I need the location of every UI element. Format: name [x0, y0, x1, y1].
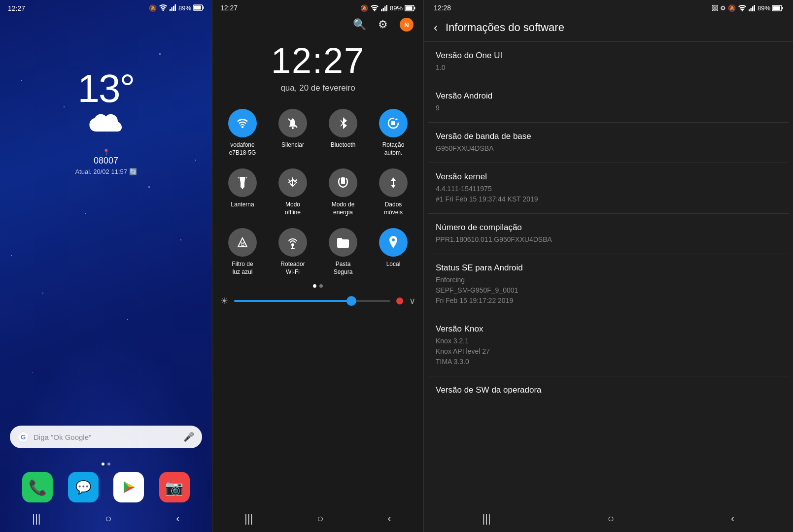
- navigation-bar-info: ||| ○ ‹: [424, 505, 793, 532]
- home-button-qs[interactable]: ○: [317, 512, 323, 525]
- recent-apps-button-info[interactable]: |||: [483, 512, 491, 525]
- knox-value: Knox 3.2.1Knox API level 27TIMA 3.3.0: [436, 336, 781, 367]
- google-search-bar[interactable]: G Diga "Ok Google" 🎤: [10, 426, 202, 448]
- qs-tile-data[interactable]: Dadosmóveis: [369, 163, 417, 220]
- build-value: PPR1.180610.011.G950FXXU4DSBA: [436, 234, 781, 245]
- page-dot-1: [102, 463, 104, 466]
- se-value: EnforcingSEPF_SM-G950F_9_0001Fri Feb 15 …: [436, 275, 781, 306]
- time-info: 12:28: [434, 4, 451, 12]
- status-icons-info: 🖼 ⚙ 🔕 89%: [712, 4, 783, 12]
- rotation-tile-label: Rotaçãoautom.: [382, 141, 405, 157]
- svg-marker-26: [240, 177, 245, 183]
- bluelight-tile-icon: B: [228, 228, 257, 257]
- qs-tile-rotation[interactable]: Rotaçãoautom.: [369, 103, 417, 161]
- svg-point-0: [162, 10, 164, 11]
- svg-rect-16: [386, 5, 387, 11]
- info-item-one-ui: Versão do One UI 1.0: [428, 42, 789, 82]
- qs-tile-location[interactable]: Local: [369, 222, 417, 280]
- home-button[interactable]: ○: [105, 512, 111, 525]
- gallery-icon-info: 🖼: [712, 4, 718, 12]
- qs-tile-offline[interactable]: Modooffline: [269, 163, 317, 220]
- microphone-icon[interactable]: 🎤: [183, 432, 194, 442]
- info-item-knox: Versão Knox Knox 3.2.1Knox API level 27T…: [428, 315, 789, 376]
- svg-rect-6: [203, 6, 204, 9]
- qs-tile-power[interactable]: Modo deenergia: [319, 163, 367, 220]
- svg-rect-14: [382, 8, 384, 11]
- hotspot-tile-label: RoteadorWi-Fi: [280, 261, 305, 276]
- power-tile-icon: [329, 168, 357, 197]
- page-title-info: Informações do software: [446, 21, 564, 34]
- svg-line-29: [246, 177, 247, 178]
- qs-tile-bluetooth[interactable]: Bluetooth: [319, 103, 367, 161]
- battery-icon-info: [772, 5, 783, 11]
- flashlight-tile-icon: [228, 168, 257, 197]
- brightness-fill: [234, 300, 351, 302]
- signal-icon-info: [749, 4, 756, 11]
- kernel-value: 4.4.111-15411975#1 Fri Feb 15 19:37:44 K…: [436, 184, 781, 204]
- wifi-signal-icon: [159, 4, 168, 12]
- phone-app-icon[interactable]: 📞: [22, 472, 53, 502]
- svg-rect-42: [782, 7, 783, 9]
- bluelight-tile-label: Filtro deluz azul: [232, 261, 253, 276]
- folder-tile-icon: [329, 228, 357, 257]
- home-screen: 12:27 🔕 89%: [0, 0, 212, 532]
- qs-dot-1: [313, 284, 316, 288]
- quick-tiles-grid: vodafonee7B18-5G Silenciar Bluetooth: [212, 103, 423, 280]
- baseband-label: Versão de banda de base: [436, 132, 781, 141]
- data-tile-icon: [379, 168, 408, 197]
- svg-rect-38: [750, 8, 752, 11]
- back-button-qs[interactable]: ‹: [388, 512, 391, 525]
- back-button-info[interactable]: ‹: [434, 21, 438, 34]
- power-tile-label: Modo deenergia: [332, 201, 355, 216]
- page-dot-2: [107, 463, 110, 466]
- qs-tile-hotspot[interactable]: RoteadorWi-Fi: [269, 222, 317, 280]
- qs-page-dots: [212, 284, 423, 288]
- play-store-icon[interactable]: [113, 472, 144, 502]
- qs-tile-bluelight[interactable]: B Filtro deluz azul: [218, 222, 267, 280]
- recent-apps-button[interactable]: |||: [32, 512, 40, 525]
- qs-tile-folder[interactable]: PastaSegura: [319, 222, 367, 280]
- brightness-slider[interactable]: [234, 300, 390, 302]
- expand-icon[interactable]: ∨: [409, 296, 415, 306]
- svg-rect-30: [341, 177, 345, 184]
- location-tile-icon: [379, 228, 408, 257]
- home-button-info[interactable]: ○: [608, 512, 614, 525]
- svg-marker-23: [394, 118, 398, 120]
- notification-avatar[interactable]: N: [400, 18, 414, 32]
- search-icon-qs[interactable]: 🔍: [353, 18, 366, 31]
- qs-tile-wifi[interactable]: vodafonee7B18-5G: [218, 103, 267, 161]
- svg-rect-1: [170, 9, 171, 11]
- bluetooth-tile-icon: [329, 109, 357, 137]
- time-display: 12:27: [8, 4, 25, 12]
- back-button[interactable]: ‹: [176, 512, 179, 525]
- settings-icon-qs[interactable]: ⚙: [378, 18, 388, 31]
- info-item-kernel: Versão kernel 4.4.111-15411975#1 Fri Feb…: [428, 163, 789, 214]
- mute-icon-info: 🔕: [728, 4, 736, 12]
- brightness-control[interactable]: ☀ ∨: [212, 294, 423, 308]
- wifi-icon-qs: [370, 4, 379, 11]
- recent-apps-button-qs[interactable]: |||: [244, 512, 253, 525]
- page-dots: [0, 463, 212, 466]
- qs-tile-silent[interactable]: Silenciar: [269, 103, 317, 161]
- messages-app-icon[interactable]: 💬: [68, 472, 99, 502]
- qs-dot-2: [319, 284, 323, 288]
- qs-tile-flashlight[interactable]: Lanterna: [218, 163, 267, 220]
- sw-operator-label: Versão de SW da operadora: [436, 385, 781, 395]
- status-bar: 12:27 🔕 89%: [0, 0, 212, 14]
- location-name: 08007: [0, 156, 212, 166]
- svg-rect-2: [171, 7, 172, 11]
- battery-icon: [193, 4, 204, 12]
- data-tile-label: Dadosmóveis: [384, 201, 403, 216]
- camera-app-icon[interactable]: 📷: [159, 472, 190, 502]
- info-item-baseband: Versão de banda de base G950FXXU4DSBA: [428, 123, 789, 163]
- notification-icon: 🔕: [149, 4, 157, 12]
- lock-date: qua, 20 de fevereiro: [212, 83, 423, 93]
- offline-tile-label: Modooffline: [285, 201, 301, 216]
- build-label: Número de compilação: [436, 223, 781, 233]
- brightness-icon: ☀: [220, 296, 228, 306]
- battery-icon-qs: [405, 5, 415, 11]
- svg-rect-7: [194, 5, 201, 9]
- svg-point-36: [741, 10, 743, 12]
- android-label: Versão Android: [436, 91, 781, 101]
- back-button-nav-info[interactable]: ‹: [731, 512, 734, 525]
